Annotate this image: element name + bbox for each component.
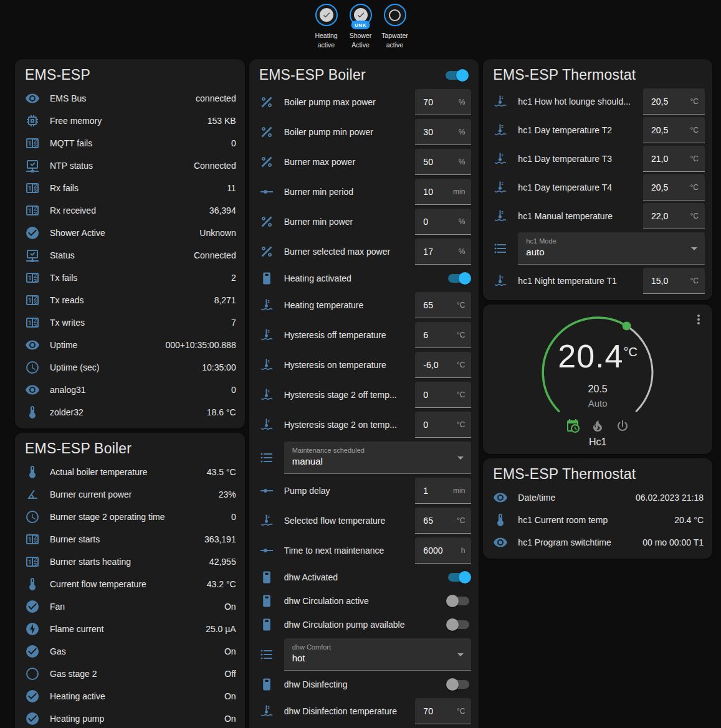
number-input[interactable]: 70% [415, 89, 471, 115]
number-input[interactable]: 50% [415, 149, 471, 175]
input-unit: % [459, 128, 466, 136]
number-input[interactable]: 0°C [415, 412, 471, 438]
power-icon[interactable] [615, 418, 630, 433]
entity-row[interactable]: Tx writes7 [15, 311, 245, 334]
input-unit: °C [457, 331, 465, 339]
number-input[interactable]: 30% [415, 119, 471, 145]
entity-row[interactable]: Heating pumpOn [15, 707, 245, 728]
entity-row[interactable]: zolder3218.6 °C [15, 401, 245, 423]
entity-row[interactable]: Heating activeOn [15, 685, 245, 707]
entity-row[interactable]: Burner starts363,191 [15, 528, 245, 551]
thermo-water-icon [259, 357, 274, 372]
entity-value: 36,394 [209, 206, 236, 215]
entity-row[interactable]: hc1 Current room temp20.4 °C [483, 509, 712, 531]
number-input[interactable]: 6°C [415, 322, 471, 348]
entity-label: Burner max power [284, 157, 416, 167]
entity-row[interactable]: GasOn [15, 640, 245, 663]
number-input[interactable]: 20,5°C [643, 88, 705, 115]
entity-value: Unknown [199, 228, 236, 238]
input-value: 65 [423, 300, 433, 310]
input-value: 6 [423, 330, 428, 340]
entity-row[interactable]: MQTT fails0 [15, 132, 245, 154]
entity-row[interactable]: Uptime000+10:35:00.888 [15, 334, 245, 356]
entity-row[interactable]: Flame current25.0 µA [15, 618, 245, 640]
number-input[interactable]: 6000h [415, 537, 471, 564]
select-input[interactable]: dhw Comforthot [284, 638, 472, 671]
network-check-icon [25, 248, 40, 263]
entity-row[interactable]: StatusConnected [15, 244, 245, 267]
toggle-switch[interactable] [446, 618, 471, 631]
water-heater-icon [259, 593, 274, 608]
input-value: 70 [423, 706, 433, 716]
entity-label: hc1 Current room temp [518, 515, 669, 525]
entity-row[interactable]: hc1 Program switchtime00 mo 00:00 T1 [483, 531, 712, 554]
fire-icon[interactable] [590, 418, 605, 433]
number-input[interactable]: 15,0°C [643, 268, 705, 294]
input-value: 1 [423, 486, 428, 496]
entity-row[interactable]: Date/time06.02.2023 21:18 [483, 486, 712, 509]
counter-icon [25, 270, 40, 285]
number-input[interactable]: -6,0°C [415, 352, 471, 378]
entity-row[interactable]: Rx received36,394 [15, 199, 245, 222]
calendar-clock-icon[interactable] [565, 418, 580, 433]
input-value: -6,0 [423, 360, 438, 370]
entity-row[interactable]: Uptime (sec)10:35:00 [15, 356, 245, 379]
chevron-down-icon [457, 653, 464, 656]
number-input[interactable]: 0% [415, 209, 471, 235]
number-input[interactable]: 21,0°C [643, 146, 705, 172]
glance-badge[interactable]: Tapwateractive [380, 4, 411, 50]
list-icon [493, 241, 508, 256]
input-value: 21,0 [651, 154, 668, 164]
toggle-switch[interactable] [446, 595, 471, 607]
entity-row[interactable]: NTP statusConnected [15, 154, 245, 177]
number-input[interactable]: 17% [415, 239, 471, 265]
number-input[interactable]: 20,5°C [643, 117, 705, 143]
dial-actions [483, 418, 712, 433]
entity-row[interactable]: FanOn [15, 595, 245, 618]
entity-row: Boiler pump min power30% [249, 117, 479, 147]
entity-row[interactable]: Burner current power23% [15, 483, 245, 506]
angle-icon [25, 487, 40, 502]
entity-row[interactable]: Rx fails11 [15, 177, 245, 199]
entity-label: Current flow temperature [50, 579, 202, 589]
select-input[interactable]: hc1 Modeauto [518, 232, 705, 265]
entity-row[interactable]: Burner stage 2 operating time0 [15, 506, 245, 528]
toggle-switch[interactable] [446, 272, 471, 285]
list-icon [259, 450, 274, 465]
column-left: EMS-ESP EMS BusconnectedFree memory153 K… [15, 59, 245, 728]
number-input[interactable]: 1min [415, 478, 471, 504]
dots-vertical-icon[interactable] [691, 312, 706, 327]
entity-row[interactable]: Burner starts heating42,955 [15, 551, 245, 573]
entity-row: hc1 Manual temperature22,0°C [483, 202, 712, 230]
entity-row[interactable]: Shower ActiveUnknown [15, 222, 245, 244]
entity-row[interactable]: Actual boiler temperature43.5 °C [15, 461, 245, 483]
toggle-switch[interactable] [446, 678, 471, 691]
number-input[interactable]: 22,0°C [643, 203, 705, 229]
entity-row[interactable]: Tx reads8,271 [15, 289, 245, 311]
input-unit: °C [457, 516, 465, 525]
card-header-toggle[interactable] [444, 69, 469, 82]
number-input[interactable]: 65°C [415, 508, 471, 534]
entity-row: Pump delay1min [249, 476, 479, 506]
select-input[interactable]: Maintenance scheduledmanual [284, 442, 472, 474]
entity-label: Heating activated [284, 273, 447, 283]
thermostat-dial[interactable]: 20.4°C 20.5 Auto [535, 310, 660, 435]
number-input[interactable]: 0°C [415, 382, 471, 408]
number-input[interactable]: 70°C [415, 698, 471, 724]
number-input[interactable]: 10min [415, 179, 471, 205]
number-input[interactable]: 20,5°C [643, 174, 705, 201]
dial-handle [623, 322, 631, 331]
input-unit: °C [457, 301, 465, 310]
entity-row[interactable]: analog310 [15, 379, 245, 401]
number-input[interactable]: 65°C [415, 292, 471, 318]
badge-circle: UNK [350, 4, 372, 26]
entity-row[interactable]: Current flow temperature43.2 °C [15, 573, 245, 595]
entity-row[interactable]: Free memory153 KB [15, 110, 245, 132]
glance-badge[interactable]: UNKShowerActive [345, 4, 376, 50]
glance-badge[interactable]: Heatingactive [311, 4, 342, 50]
entity-row[interactable]: EMS Busconnected [15, 87, 245, 110]
card-boiler-sensors: EMS-ESP Boiler Actual boiler temperature… [15, 433, 245, 728]
toggle-switch[interactable] [446, 571, 471, 584]
entity-row[interactable]: Tx fails2 [15, 267, 245, 289]
entity-row[interactable]: Gas stage 2Off [15, 663, 245, 685]
